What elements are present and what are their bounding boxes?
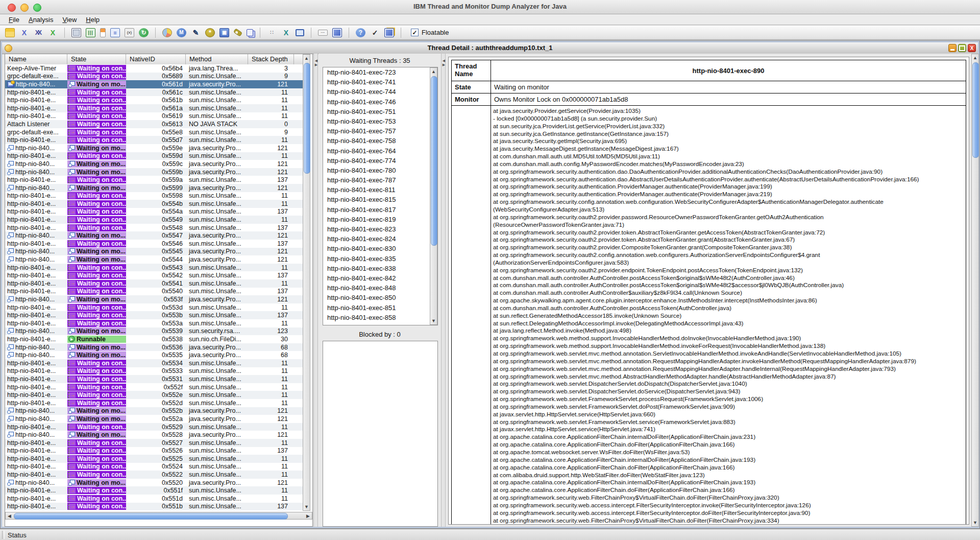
thread-table-hscroll-thumb[interactable] — [14, 513, 288, 520]
method-cell[interactable]: sun.misc.Unsafe... — [186, 304, 248, 311]
thread-name-cell[interactable]: http-nio-8401-e... — [5, 455, 67, 462]
thread-table-row[interactable]: http-nio-840...Waiting on mo...0x552bjav… — [5, 407, 303, 415]
method-cell[interactable]: sun.misc.Unsafe... — [186, 200, 248, 207]
scroll-up-icon[interactable]: ▲ — [303, 56, 310, 61]
thread-state-cell[interactable]: →Waiting on con... — [67, 240, 126, 247]
close-all-dumps-icon[interactable]: XX — [34, 28, 43, 37]
thread-name-cell[interactable]: http-nio-8401-e... — [5, 272, 67, 279]
close-dump-icon[interactable]: X — [19, 28, 29, 37]
thread-name-cell[interactable]: http-nio-8401-e... — [5, 312, 67, 319]
native-id-cell[interactable]: 0x553d — [126, 304, 186, 311]
scroll-down-icon[interactable]: ▼ — [972, 520, 978, 525]
native-id-cell[interactable]: 0x5527 — [126, 439, 186, 447]
stack-depth-cell[interactable]: 137 — [248, 447, 294, 454]
thread-state-cell[interactable]: Waiting on mo... — [67, 248, 126, 255]
native-id-cell[interactable]: 0x5528 — [126, 431, 186, 438]
waiting-thread-item[interactable]: http-nio-8401-exec-744 — [323, 87, 437, 97]
thread-state-cell[interactable]: Waiting on mo... — [67, 479, 126, 486]
thread-table-row[interactable]: http-nio-8401-e...→Waiting on con...0x55… — [5, 486, 303, 495]
method-cell[interactable]: java.security.Pro... — [186, 351, 248, 359]
thread-state-cell[interactable]: →Waiting on con... — [67, 192, 126, 199]
waiting-thread-item[interactable]: http-nio-8401-exec-741 — [323, 77, 437, 87]
method-cell[interactable]: sun.misc.Unsafe... — [186, 463, 248, 470]
thread-state-cell[interactable]: →Waiting on con... — [67, 503, 126, 510]
stack-depth-cell[interactable]: 121 — [248, 415, 294, 422]
stack-depth-cell[interactable]: 121 — [248, 160, 294, 168]
method-cell[interactable]: sun.misc.Unsafe... — [186, 288, 248, 295]
stack-depth-cell[interactable]: 137 — [248, 208, 294, 215]
native-id-cell[interactable]: 0x5533 — [126, 367, 186, 374]
monitor-view-icon[interactable] — [332, 28, 342, 37]
thread-state-cell[interactable]: →Waiting on con... — [67, 176, 126, 183]
method-cell[interactable]: sun.misc.Unsafe... — [186, 424, 248, 431]
waiting-thread-item[interactable]: http-nio-8401-exec-764 — [323, 146, 437, 156]
thread-table-row[interactable]: http-nio-8401-e...→Waiting on con...0x55… — [5, 224, 303, 232]
native-id-cell[interactable]: 0x552a — [126, 415, 186, 422]
waiting-thread-item[interactable]: http-nio-8401-exec-723 — [323, 67, 437, 77]
thread-state-cell[interactable]: →Waiting on con... — [67, 400, 126, 407]
native-id-cell[interactable]: 0x5549 — [126, 216, 186, 223]
thread-state-cell[interactable]: Waiting on mo... — [67, 145, 126, 152]
native-id-cell[interactable]: 0x5547 — [126, 232, 186, 239]
thread-table-row[interactable]: http-nio-840...Waiting on mo...0x559cjav… — [5, 160, 303, 168]
thread-state-cell[interactable]: →Waiting on con... — [67, 304, 126, 311]
thread-state-cell[interactable]: →Waiting on con... — [67, 89, 126, 96]
thread-table-row[interactable]: http-nio-840...Waiting on mo...0x5535jav… — [5, 351, 303, 359]
thread-name-cell[interactable]: Keep-Alive-Timer — [5, 65, 67, 72]
thread-state-cell[interactable]: →Waiting on con... — [67, 208, 126, 215]
pinned-monitor-icon[interactable] — [384, 28, 394, 37]
thread-table-row[interactable]: http-nio-8401-e...→Waiting on con...0x55… — [5, 383, 303, 391]
method-cell[interactable]: java.security.Pro... — [186, 415, 248, 422]
column-header-nativeid[interactable]: NativeID — [126, 54, 186, 64]
waiting-thread-item[interactable]: http-nio-8401-exec-851 — [323, 303, 437, 313]
thread-name-cell[interactable]: http-nio-840... — [5, 145, 67, 152]
thread-table-row[interactable]: http-nio-8401-e...→Waiting on con...0x55… — [5, 319, 303, 327]
waiting-thread-item[interactable]: http-nio-8401-exec-830 — [323, 244, 437, 253]
native-id-cell[interactable]: 0x552b — [126, 407, 186, 414]
native-id-cell[interactable]: 0x559d — [126, 152, 186, 159]
thread-state-cell[interactable]: Waiting on mo... — [67, 184, 126, 192]
thread-state-cell[interactable]: →Waiting on con... — [67, 375, 126, 383]
thread-state-cell[interactable]: →Waiting on con... — [67, 200, 126, 207]
stack-depth-cell[interactable]: 9 — [248, 129, 294, 136]
stack-depth-cell[interactable]: 11 — [248, 200, 294, 207]
thread-state-cell[interactable]: Waiting on mo... — [67, 160, 126, 168]
method-cell[interactable]: java.security.Pro... — [186, 184, 248, 192]
thread-state-cell[interactable]: →Waiting on con... — [67, 384, 126, 391]
method-cell[interactable]: sun.misc.Unsafe... — [186, 89, 248, 96]
thread-name-cell[interactable]: http-nio-840... — [5, 248, 67, 255]
native-id-cell[interactable]: 0x551b — [126, 503, 186, 510]
method-cell[interactable]: java.security.Pro... — [186, 407, 248, 414]
thread-name-cell[interactable]: http-nio-8401-e... — [5, 503, 67, 510]
stack-depth-cell[interactable]: 11 — [248, 192, 294, 199]
method-cell[interactable]: sun.misc.Unsafe... — [186, 471, 248, 478]
method-cell[interactable]: java.security.Pro... — [186, 248, 248, 255]
waiting-thread-item[interactable]: http-nio-8401-exec-838 — [323, 264, 437, 273]
thread-name-cell[interactable]: http-nio-8401-e... — [5, 264, 67, 271]
thread-table-row[interactable]: grpc-default-exe...→Waiting on con...0x5… — [5, 73, 303, 81]
stack-depth-cell[interactable]: 11 — [248, 384, 294, 391]
thread-state-cell[interactable]: →Waiting on con... — [67, 312, 126, 319]
column-header-method[interactable]: Method — [186, 54, 248, 64]
thread-table-row[interactable]: http-nio-8401-e...→Waiting on con...0x55… — [5, 303, 303, 312]
native-memory-icon[interactable]: (x) — [125, 28, 134, 37]
thread-name-cell[interactable]: http-nio-840... — [5, 160, 67, 168]
thread-state-cell[interactable]: →Waiting on con... — [67, 288, 126, 295]
stack-depth-cell[interactable]: 137 — [248, 503, 294, 510]
thread-name-cell[interactable]: http-nio-8401-e... — [5, 487, 67, 494]
floatable-checkbox-wrap[interactable]: ✓ Floatable — [411, 29, 449, 36]
stack-depth-cell[interactable]: 68 — [248, 351, 294, 359]
waiting-list-vscrollbar[interactable]: ▲ ▼ — [430, 67, 437, 325]
waiting-thread-item[interactable]: http-nio-8401-exec-751 — [323, 107, 437, 116]
thread-name-cell[interactable]: http-nio-8401-e... — [5, 471, 67, 478]
waiting-thread-item[interactable]: http-nio-8401-exec-758 — [323, 136, 437, 146]
stack-depth-cell[interactable]: 11 — [248, 280, 294, 287]
thread-table-row[interactable]: http-nio-8401-e...→Waiting on con...0x55… — [5, 192, 303, 200]
thread-table-row[interactable]: http-nio-8401-e...→Waiting on con...0x56… — [5, 112, 303, 121]
thread-name-cell[interactable]: http-nio-8401-e... — [5, 391, 67, 398]
thread-name-cell[interactable]: http-nio-840... — [5, 431, 67, 438]
method-cell[interactable]: sun.misc.Unsafe... — [186, 367, 248, 374]
stack-depth-cell[interactable]: 137 — [248, 224, 294, 231]
thread-name-cell[interactable]: Attach Listener — [5, 121, 67, 128]
thread-state-cell[interactable]: →Waiting on con... — [67, 495, 126, 502]
